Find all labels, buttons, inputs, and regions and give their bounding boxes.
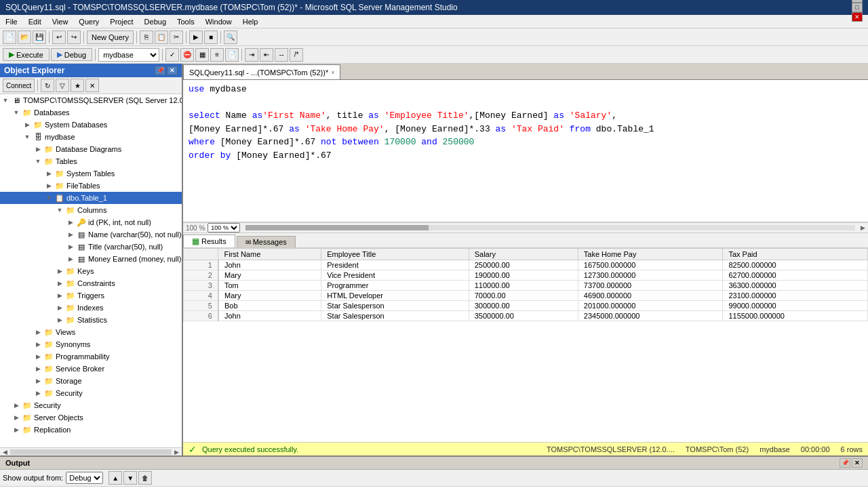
tree-item[interactable]: ▶📁Security — [0, 387, 182, 399]
tree-expand-icon[interactable]: ▶ — [33, 339, 43, 350]
code-editor[interactable]: use mydbase select Name as'First Name', … — [183, 80, 868, 222]
tree-expand-icon[interactable]: ▶ — [33, 388, 43, 399]
tree-expand-icon[interactable]: ▶ — [54, 278, 65, 289]
tree-expand-icon[interactable]: ▼ — [0, 95, 11, 106]
tree-item[interactable]: ▶📁System Tables — [0, 167, 182, 180]
tree-expand-icon[interactable]: ▼ — [33, 156, 43, 167]
tree-item[interactable]: ▶▤Title (varchar(50), null) — [0, 241, 182, 253]
tree-expand-icon[interactable]: ▶ — [54, 302, 65, 313]
menu-project[interactable]: Project — [104, 16, 138, 27]
tree-item[interactable]: ▶📁Indexes — [0, 302, 182, 314]
parse-button[interactable]: ✓ — [165, 48, 179, 62]
oe-hscroll[interactable]: ◀ ▶ — [0, 447, 182, 455]
new-file-button[interactable]: 📄 — [3, 30, 16, 44]
tree-expand-icon[interactable]: ▶ — [43, 168, 54, 179]
copy-button[interactable]: ⎘ — [140, 30, 153, 44]
tree-expand-icon[interactable]: ▶ — [54, 314, 65, 325]
tree-item[interactable]: ▼🗄mydbase — [0, 131, 182, 143]
query-tab[interactable]: SQLQuery11.sql - ...(TOMSPC\Tom (52))* × — [183, 64, 340, 79]
debug-button[interactable]: ▶ Debug — [51, 48, 92, 61]
tree-expand-icon[interactable]: ▼ — [54, 205, 65, 216]
tree-expand-icon[interactable]: ▶ — [65, 229, 76, 240]
oe-refresh-button[interactable]: ↻ — [41, 79, 54, 92]
tree-expand-icon[interactable]: ▶ — [33, 375, 43, 386]
menu-debug[interactable]: Debug — [139, 16, 172, 27]
oe-filter-button[interactable]: ▽ — [56, 79, 69, 92]
tree-item[interactable]: ▶📁Replication — [0, 424, 182, 436]
horizontal-scrollbar[interactable] — [245, 225, 855, 230]
cancel-executing-button[interactable]: ⛔ — [180, 48, 194, 62]
tree-expand-icon[interactable]: ▼ — [11, 107, 22, 118]
uncomment-button[interactable]: /* — [290, 48, 303, 62]
tree-expand-icon[interactable]: ▶ — [33, 363, 43, 374]
tree-expand-icon[interactable]: ▼ — [22, 131, 33, 142]
results-to-text-button[interactable]: ≡ — [210, 48, 224, 62]
menu-tools[interactable]: Tools — [172, 16, 200, 27]
tree-item[interactable]: ▶📁System Databases — [0, 119, 182, 131]
tab-close-button[interactable]: × — [331, 69, 334, 76]
tree-item[interactable]: ▶📁Triggers — [0, 289, 182, 302]
database-selector[interactable]: mydbase — [98, 48, 159, 62]
tree-expand-icon[interactable]: ▶ — [33, 351, 43, 362]
menu-file[interactable]: File — [0, 16, 23, 27]
tree-expand-icon[interactable]: ▶ — [54, 266, 65, 277]
tree-item[interactable]: ▼🖥TOMSPC\TOMSSQLSERVER (SQL Server 12.0.… — [0, 94, 182, 106]
tree-expand-icon[interactable]: ▶ — [22, 119, 33, 130]
tree-item[interactable]: ▶📁FileTables — [0, 180, 182, 192]
results-to-file-button[interactable]: 📄 — [225, 48, 239, 62]
output-close-button[interactable]: ✕ — [852, 458, 863, 468]
tree-expand-icon[interactable]: ▶ — [65, 253, 76, 264]
output-up-button[interactable]: ▲ — [108, 471, 122, 485]
undo-button[interactable]: ↩ — [52, 30, 66, 44]
save-button[interactable]: 💾 — [33, 30, 46, 44]
tree-item[interactable]: ▼📁Columns — [0, 204, 182, 216]
messages-tab[interactable]: ✉ Messages — [237, 236, 296, 247]
tree-item[interactable]: ▶📁Service Broker — [0, 363, 182, 375]
find-button[interactable]: 🔍 — [224, 30, 237, 44]
tree-expand-icon[interactable]: ▶ — [43, 180, 54, 191]
execute-button[interactable]: ▶ Execute — [3, 48, 50, 61]
tree-item[interactable]: ▶📁Database Diagrams — [0, 143, 182, 155]
run-button[interactable]: ▶ — [189, 30, 203, 44]
tree-expand-icon[interactable]: ▶ — [54, 290, 65, 301]
new-query-button[interactable]: New Query — [87, 30, 134, 44]
tree-expand-icon[interactable]: ▶ — [33, 327, 43, 338]
scrollbar-thumb[interactable] — [245, 225, 429, 230]
paste-button[interactable]: 📋 — [155, 30, 168, 44]
tree-expand-icon[interactable]: ▶ — [11, 400, 22, 411]
output-down-button[interactable]: ▼ — [123, 471, 137, 485]
tree-expand-icon[interactable]: ▼ — [43, 192, 54, 203]
stop-button[interactable]: ■ — [204, 30, 218, 44]
results-grid[interactable]: First Name Employee Title Salary Take Ho… — [183, 248, 868, 442]
results-tab[interactable]: ▦ Results — [183, 235, 235, 247]
tree-expand-icon[interactable]: ▶ — [33, 144, 43, 155]
output-pin-button[interactable]: 📌 — [840, 458, 850, 468]
tree-item[interactable]: ▶📁Synonyms — [0, 338, 182, 350]
results-to-grid-button[interactable]: ▦ — [195, 48, 209, 62]
scroll-right-arrow[interactable]: ▶ — [861, 224, 865, 231]
menu-edit[interactable]: Edit — [23, 16, 47, 27]
menu-window[interactable]: Window — [200, 16, 237, 27]
tree-expand-icon[interactable]: ▶ — [11, 424, 22, 435]
code-content[interactable]: use mydbase select Name as'First Name', … — [189, 83, 863, 162]
tree-expand-icon[interactable]: ▶ — [65, 241, 76, 252]
tree-item[interactable]: ▶🔑id (PK, int, not null) — [0, 216, 182, 228]
output-clear-button[interactable]: 🗑 — [138, 471, 152, 485]
oe-scroll-right[interactable]: ▶ — [173, 449, 180, 455]
tree-item[interactable]: ▶📁Keys — [0, 265, 182, 277]
oe-pin-button[interactable]: 📌 — [155, 66, 165, 75]
close-button[interactable]: ✕ — [852, 12, 863, 22]
oe-delete-button[interactable]: ✕ — [85, 79, 99, 92]
zoom-selector[interactable]: 100 % — [208, 223, 240, 232]
menu-query[interactable]: Query — [73, 16, 104, 27]
menu-view[interactable]: View — [47, 16, 74, 27]
menu-help[interactable]: Help — [237, 16, 264, 27]
indent-button[interactable]: ⇥ — [245, 48, 258, 62]
tree-item[interactable]: ▶▤Money Earned (money, null) — [0, 253, 182, 265]
tree-item[interactable]: ▶📁Views — [0, 326, 182, 338]
tree-item[interactable]: ▶📁Security — [0, 399, 182, 411]
oe-close-button[interactable]: ✕ — [167, 66, 178, 75]
tree-item[interactable]: ▶▤Name (varchar(50), not null) — [0, 228, 182, 241]
cut-button[interactable]: ✂ — [170, 30, 183, 44]
tree-item[interactable]: ▼📁Tables — [0, 155, 182, 167]
